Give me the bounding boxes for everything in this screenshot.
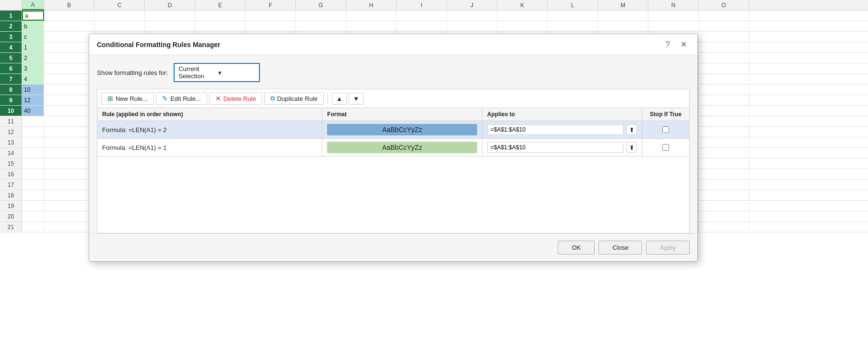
- cell[interactable]: [699, 158, 749, 169]
- cell[interactable]: [699, 211, 749, 221]
- cell-a-5[interactable]: 2: [22, 53, 44, 63]
- cell[interactable]: [699, 42, 749, 52]
- cell[interactable]: [94, 11, 145, 21]
- cell-a-13[interactable]: [22, 137, 44, 147]
- duplicate-rule-button[interactable]: ⧉ Duplicate Rule: [264, 92, 324, 105]
- cell[interactable]: [699, 32, 749, 42]
- cell[interactable]: [44, 127, 94, 137]
- apply-button[interactable]: Apply: [646, 241, 690, 255]
- cell[interactable]: [699, 190, 749, 200]
- applies-to-input-1[interactable]: [487, 124, 623, 135]
- cell[interactable]: [44, 32, 94, 42]
- cell[interactable]: [699, 106, 749, 116]
- range-selector-icon-1[interactable]: ⬆: [626, 124, 637, 135]
- cell[interactable]: [44, 42, 94, 52]
- cell[interactable]: [44, 222, 94, 232]
- cell[interactable]: [699, 53, 749, 63]
- cell[interactable]: [699, 137, 749, 147]
- cell-a-21[interactable]: [22, 222, 44, 232]
- cell[interactable]: [44, 158, 94, 169]
- cell[interactable]: [548, 11, 598, 21]
- cell-a-10[interactable]: 40: [22, 106, 44, 116]
- cell-a-19[interactable]: [22, 201, 44, 211]
- cell[interactable]: [447, 21, 497, 31]
- stop-if-true-checkbox-1[interactable]: [662, 126, 669, 133]
- cell-a-9[interactable]: 12: [22, 95, 44, 105]
- cell[interactable]: [699, 116, 749, 126]
- cell-a-15[interactable]: [22, 158, 44, 169]
- delete-rule-button[interactable]: ✕ Delete Rule: [209, 92, 262, 105]
- table-row[interactable]: Formula: =LEN(A1) = 2 AaBbCcYyZz ⬆: [97, 121, 690, 139]
- cell[interactable]: [699, 169, 749, 179]
- cell[interactable]: [699, 21, 749, 31]
- cell[interactable]: [44, 148, 94, 158]
- cell[interactable]: [699, 11, 749, 21]
- ok-button[interactable]: OK: [558, 241, 595, 255]
- cell-a-18[interactable]: [22, 190, 44, 200]
- cell[interactable]: [497, 11, 548, 21]
- range-selector-icon-2[interactable]: ⬆: [626, 142, 637, 153]
- cell[interactable]: [548, 21, 598, 31]
- current-selection-dropdown[interactable]: Current Selection ▾: [174, 63, 260, 82]
- cell-a-4[interactable]: 1: [22, 42, 44, 52]
- cell[interactable]: [195, 21, 246, 31]
- cell[interactable]: [44, 169, 94, 179]
- cell[interactable]: [44, 180, 94, 190]
- cell-a-8[interactable]: 10: [22, 85, 44, 95]
- cell[interactable]: [44, 201, 94, 211]
- cell[interactable]: [699, 222, 749, 232]
- cell[interactable]: [648, 11, 699, 21]
- cell[interactable]: [44, 11, 94, 21]
- help-button[interactable]: ?: [663, 39, 673, 50]
- move-up-button[interactable]: ▲: [332, 93, 347, 105]
- cell-a-6[interactable]: 3: [22, 63, 44, 73]
- cell[interactable]: [699, 180, 749, 190]
- cell[interactable]: [346, 21, 397, 31]
- cell[interactable]: [94, 21, 145, 31]
- cell[interactable]: [246, 11, 296, 21]
- cell-a-3[interactable]: c: [22, 32, 44, 42]
- cell[interactable]: [44, 53, 94, 63]
- cell[interactable]: [195, 11, 246, 21]
- cell[interactable]: [246, 21, 296, 31]
- cell[interactable]: [44, 116, 94, 126]
- cell-a-7[interactable]: 4: [22, 74, 44, 84]
- stop-if-true-checkbox-2[interactable]: [662, 144, 669, 151]
- cell[interactable]: [44, 63, 94, 73]
- cell[interactable]: [44, 74, 94, 84]
- cell[interactable]: [296, 11, 346, 21]
- cell[interactable]: [346, 11, 397, 21]
- cell[interactable]: [699, 74, 749, 84]
- cell[interactable]: [44, 21, 94, 31]
- cell[interactable]: [699, 85, 749, 95]
- cell[interactable]: [44, 137, 94, 147]
- cell[interactable]: [145, 11, 195, 21]
- cell[interactable]: [44, 211, 94, 221]
- cell[interactable]: [598, 11, 648, 21]
- cell[interactable]: [699, 63, 749, 73]
- cell[interactable]: [699, 201, 749, 211]
- cell-a-17[interactable]: [22, 180, 44, 190]
- cell-a-16[interactable]: [22, 169, 44, 179]
- cell[interactable]: [44, 85, 94, 95]
- cell-a-1[interactable]: a: [22, 11, 44, 21]
- cell[interactable]: [598, 21, 648, 31]
- close-icon[interactable]: ✕: [678, 39, 690, 50]
- cell-a-20[interactable]: [22, 211, 44, 221]
- cell[interactable]: [44, 106, 94, 116]
- new-rule-button[interactable]: ⊞ New Rule...: [101, 92, 154, 105]
- cell[interactable]: [699, 148, 749, 158]
- cell[interactable]: [44, 95, 94, 105]
- cell[interactable]: [447, 11, 497, 21]
- close-button[interactable]: Close: [598, 241, 642, 255]
- table-row[interactable]: Formula: =LEN(A1) = 1 AaBbCcYyZz ⬆: [97, 139, 690, 157]
- cell-a-2[interactable]: b: [22, 21, 44, 31]
- cell[interactable]: [296, 21, 346, 31]
- move-down-button[interactable]: ▼: [349, 93, 364, 105]
- cell[interactable]: [699, 127, 749, 137]
- cell-a-14[interactable]: [22, 148, 44, 158]
- cell[interactable]: [44, 190, 94, 200]
- cell[interactable]: [648, 21, 699, 31]
- cell[interactable]: [397, 11, 447, 21]
- cell[interactable]: [397, 21, 447, 31]
